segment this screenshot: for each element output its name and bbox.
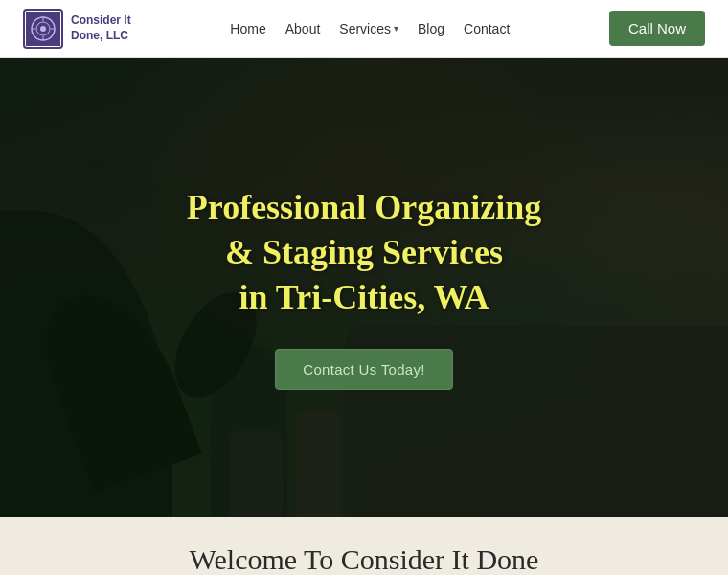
nav-services[interactable]: Services ▾ — [339, 21, 398, 36]
call-now-button[interactable]: Call Now — [609, 11, 705, 46]
welcome-title: Welcome To Consider It Done — [190, 543, 539, 575]
nav-blog[interactable]: Blog — [418, 21, 444, 36]
svg-point-3 — [40, 26, 46, 32]
logo-text: Consider It Done, LLC — [71, 13, 131, 43]
hero-content: Professional Organizing & Staging Servic… — [168, 166, 560, 408]
nav-about[interactable]: About — [285, 21, 321, 36]
main-nav: Home About Services ▾ Blog Contact — [230, 21, 510, 36]
welcome-section: Welcome To Consider It Done — [0, 518, 728, 575]
nav-home[interactable]: Home — [230, 21, 265, 36]
nav-contact[interactable]: Contact — [464, 21, 510, 36]
hero-title: Professional Organizing & Staging Servic… — [187, 185, 541, 319]
contact-us-button[interactable]: Contact Us Today! — [275, 349, 452, 390]
site-header: Consider It Done, LLC Home About Service… — [0, 0, 728, 58]
hero-section: Professional Organizing & Staging Servic… — [0, 58, 728, 518]
logo[interactable]: Consider It Done, LLC — [23, 9, 131, 49]
logo-icon — [23, 9, 63, 49]
chevron-down-icon: ▾ — [394, 23, 398, 34]
